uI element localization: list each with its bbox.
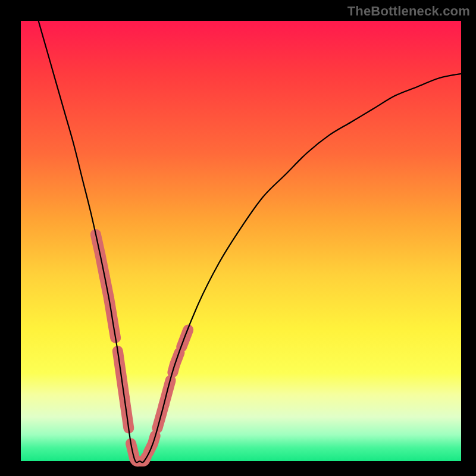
- chart-frame: TheBottleneck.com: [0, 0, 476, 476]
- curve-svg: [21, 21, 461, 461]
- highlight-segments: [96, 234, 188, 461]
- plot-area: [21, 21, 461, 461]
- watermark-text: TheBottleneck.com: [347, 4, 470, 19]
